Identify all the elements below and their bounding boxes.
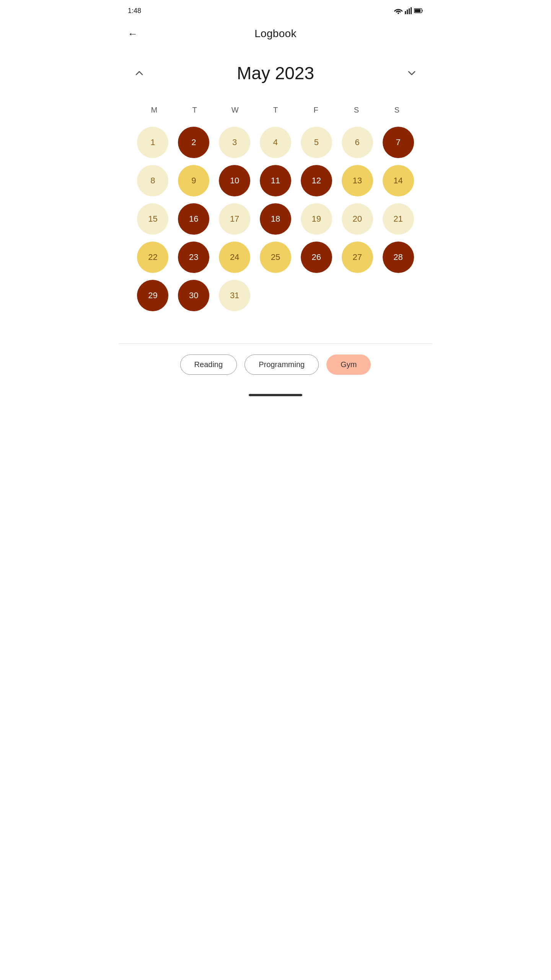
weekday-F: F [296,103,336,118]
svg-rect-3 [411,7,412,14]
calendar-day-19[interactable]: 19 [301,203,332,235]
calendar-day-5[interactable]: 5 [301,127,332,158]
calendar-day-30[interactable]: 30 [178,280,209,311]
status-icons [394,7,423,14]
page-title: Logbook [254,28,297,40]
calendar-day-31[interactable]: 31 [219,280,250,311]
tab-reading[interactable]: Reading [180,354,237,375]
calendar-day-6[interactable]: 6 [342,127,373,158]
weekday-T2: T [255,103,296,118]
calendar-day-8[interactable]: 8 [137,165,168,196]
svg-rect-2 [409,8,410,14]
svg-rect-5 [415,9,421,12]
tab-bar: ReadingProgrammingGym [119,344,432,394]
calendar-day-2[interactable]: 2 [178,127,209,158]
calendar-day-1[interactable]: 1 [137,127,168,158]
calendar-day-10[interactable]: 10 [219,165,250,196]
tab-gym[interactable]: Gym [326,354,371,375]
calendar-day-26[interactable]: 26 [301,242,332,273]
prev-month-button[interactable] [134,68,145,78]
calendar-day-27[interactable]: 27 [342,242,373,273]
calendar-container: May 2023 M T W T F S S 12345678910111213… [119,47,432,320]
weekday-S1: S [336,103,377,118]
weekday-M: M [134,103,174,118]
svg-rect-0 [405,11,406,14]
calendar-day-23[interactable]: 23 [178,242,209,273]
calendar-day-3[interactable]: 3 [219,127,250,158]
calendar-day-13[interactable]: 13 [342,165,373,196]
status-time: 1:48 [128,7,141,15]
calendar-day-17[interactable]: 17 [219,203,250,235]
weekday-T1: T [174,103,215,118]
calendar-grid: 1234567891011121314151617181920212223242… [134,125,417,313]
calendar-day-14[interactable]: 14 [383,165,414,196]
weekday-W: W [215,103,255,118]
calendar-day-4[interactable]: 4 [260,127,291,158]
weekday-S2: S [377,103,417,118]
signal-icon [405,7,412,14]
calendar-day-12[interactable]: 12 [301,165,332,196]
calendar-day-11[interactable]: 11 [260,165,291,196]
tab-programming[interactable]: Programming [245,354,319,375]
calendar-day-29[interactable]: 29 [137,280,168,311]
calendar-day-28[interactable]: 28 [383,242,414,273]
calendar-day-20[interactable]: 20 [342,203,373,235]
svg-rect-1 [407,10,408,14]
calendar-day-16[interactable]: 16 [178,203,209,235]
calendar-day-21[interactable]: 21 [383,203,414,235]
home-indicator [249,394,302,396]
header: ← Logbook [119,20,432,47]
calendar-day-18[interactable]: 18 [260,203,291,235]
calendar-day-15[interactable]: 15 [137,203,168,235]
calendar-day-24[interactable]: 24 [219,242,250,273]
wifi-icon [394,7,403,14]
calendar-day-9[interactable]: 9 [178,165,209,196]
calendar-day-25[interactable]: 25 [260,242,291,273]
calendar-day-22[interactable]: 22 [137,242,168,273]
month-title: May 2023 [237,63,314,83]
month-nav: May 2023 [134,63,417,83]
next-month-button[interactable] [406,68,417,78]
status-bar: 1:48 [119,0,432,20]
battery-icon [414,8,423,13]
calendar-day-7[interactable]: 7 [383,127,414,158]
weekday-headers: M T W T F S S [134,103,417,118]
back-button[interactable]: ← [128,28,138,40]
